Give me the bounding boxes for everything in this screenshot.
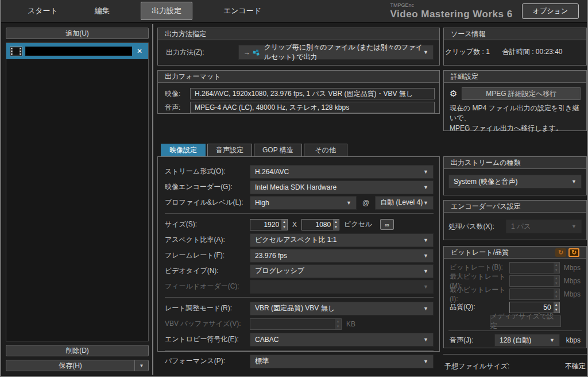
estimated-filesize-value: 不確定 [565,361,586,371]
size-unit-label: ピクセル [344,220,372,229]
at-separator: @ [362,199,369,207]
audio-bitrate-label: 音声(J): [450,336,494,345]
stream-type-dropdown[interactable]: System (映像と音声) ▼ [448,175,582,188]
profile-dropdown[interactable]: High ▼ [250,196,357,210]
vbv-buffer-stepper: ▲▼ [250,318,342,330]
vbv-buffer-label: VBV バッファサイズ(V): [165,319,250,329]
size-label: サイズ(S): [165,220,250,229]
entropy-coding-label: エントロピー符号化(E): [165,334,250,344]
pass-count-dropdown: 1 パス ▼ [506,220,582,233]
nav-tab-edit[interactable]: 編集 [89,3,115,18]
quality-mode-toggle-icon[interactable]: ↻ [568,248,579,257]
save-dropdown-caret-icon[interactable]: ▼ [134,360,148,371]
arrow-glyph: → [243,48,250,56]
clip-list[interactable]: ✕ [6,43,149,341]
format-video-value: H.264/AVC, 1920x1080, 23.976 fps, 1 パス V… [190,88,435,99]
height-stepper[interactable]: ▲▼ [301,219,339,230]
chevron-down-icon: ▼ [571,224,577,229]
advanced-settings-panel: 詳細設定 ⚙ MPEG 詳細設定へ移行 現在の MP4 ファイル出力の設定を引き… [443,70,587,131]
app-logo: TMPGEnc Video Mastering Works 6 [390,3,513,19]
right-info-column: ソース情報 クリップ数 : 1 合計時間 : 00:23:40 詳細設定 ⚙ M… [443,24,587,375]
main-settings-column: 出力方法指定 出力方法(Z): → クリップ毎に別々のファイル (または別々のフ… [157,24,440,375]
group-separator [165,297,434,298]
app-window: スタート 編集 出力設定 エンコード TMPGEnc Video Masteri… [0,0,588,377]
quality-label: 品質(Q): [450,302,509,312]
video-encoder-label: 映像エンコーダー(G): [165,182,250,192]
video-encoder-dropdown[interactable]: Intel Media SDK Hardware ▼ [250,180,434,194]
entropy-coding-dropdown[interactable]: CABAC ▼ [250,333,434,347]
level-dropdown[interactable]: 自動 (Level 4) ▼ [375,196,434,210]
group-separator [165,350,434,351]
stream-format-dropdown[interactable]: H.264/AVC ▼ [250,165,434,179]
size-x-separator: X [292,221,297,229]
bitrate-unit: Mbps [560,264,581,272]
advanced-desc-line1: 現在の MP4 ファイル出力の設定を引き継いで、 [450,103,581,124]
tab-audio-settings[interactable]: 音声設定 [207,144,252,156]
output-stream-type-panel: 出力ストリームの種類 System (映像と音声) ▼ [443,156,587,195]
add-clip-button[interactable]: 追加(U) [6,28,149,39]
aspect-lock-link-icon[interactable]: ∞ [380,219,394,230]
output-format-title: 出力フォーマット [158,71,439,83]
delete-clip-button[interactable]: 削除(D) [6,345,149,356]
format-audio-label: 音声: [165,103,190,113]
video-type-dropdown[interactable]: プログレッシブ ▼ [250,264,434,278]
nav-tab-start[interactable]: スタート [22,3,64,18]
video-type-label: ビデオタイプ(N): [165,266,250,276]
rate-mode-dropdown[interactable]: VBR (固定品質) VBV 無し ▼ [250,302,434,316]
total-duration: 合計時間 : 00:23:40 [502,47,563,57]
save-button-group: 保存(H) ▼ [6,360,149,371]
brand-small: TMPGEnc [390,3,513,8]
mpeg-advanced-button[interactable]: MPEG 詳細設定へ移行 [462,87,581,100]
clip-close-icon[interactable]: ✕ [132,47,145,55]
pass-count-label: 処理パス数(X): [448,222,506,232]
output-method-dropdown[interactable]: → クリップ毎に別々のファイル (または別々のファイルセット) で出力 ▼ [238,45,434,60]
bitrate-label: ビットレート(B): [450,263,509,272]
chevron-down-icon: ▼ [346,200,351,206]
settings-tabs: 映像設定 音声設定 GOP 構造 その他 [157,144,440,156]
estimate-separator [443,354,587,355]
output-stream-type-title: 出力ストリームの種類 [444,157,586,169]
aspect-ratio-dropdown[interactable]: ピクセルアスペクト比 1:1 ▼ [250,233,434,247]
width-stepper[interactable]: ▲▼ [250,219,288,230]
source-info-title: ソース情報 [444,28,586,40]
chevron-down-icon: ▼ [423,284,428,290]
options-button[interactable]: オプション [522,3,579,19]
chevron-down-icon: ▼ [423,49,428,55]
media-size-button: メディアサイズで設定 [490,316,561,327]
audio-bitrate-dropdown[interactable]: 128 (自動) ▼ [494,334,560,347]
max-bitrate-unit: Mbps [560,277,581,285]
tab-other[interactable]: その他 [304,144,347,156]
chevron-down-icon: ▼ [423,359,428,364]
group-separator [165,213,434,214]
bitrate-mode-toggle-icon[interactable]: ↻ [555,248,566,257]
chevron-down-icon: ▼ [571,179,577,184]
chevron-down-icon: ▼ [423,253,428,259]
bitrate-quality-panel: ビットレート/品質 ↻ ↻ ビットレート(B): ▲▼ Mbps 最大ビットレー… [443,246,587,348]
tab-gop-structure[interactable]: GOP 構造 [254,144,302,156]
clip-name-redacted [25,47,132,56]
tab-video-settings[interactable]: 映像設定 [161,144,206,156]
bitrate-stepper: ▲▼ [509,262,560,274]
vbv-unit-label: KB [346,320,355,328]
output-method-label: 出力方法(Z): [160,48,238,57]
output-method-title: 出力方法指定 [158,28,439,40]
format-video-label: 映像: [165,89,190,99]
clip-list-item[interactable]: ✕ [6,43,148,59]
encoder-pass-panel: エンコーダーパス設定 処理パス数(X): 1 パス ▼ [443,200,587,240]
stream-format-label: ストリーム形式(O): [165,167,250,176]
save-button[interactable]: 保存(H) [6,360,134,371]
clip-cubes-icon [253,48,260,57]
encoder-pass-title: エンコーダーパス設定 [444,201,586,213]
nav-tab-encode[interactable]: エンコード [218,3,267,18]
nav-tab-output-settings[interactable]: 出力設定 [141,2,192,20]
performance-dropdown[interactable]: 標準 ▼ [250,355,434,368]
max-bitrate-stepper: ▲▼ [509,275,560,287]
gear-icon: ⚙ [450,89,457,99]
chevron-down-icon: ▼ [423,200,428,206]
advanced-settings-title: 詳細設定 [444,71,586,83]
min-bitrate-label: 最小ビットレート(I): [450,285,509,303]
framerate-dropdown[interactable]: 23.976 fps ▼ [250,249,434,263]
field-order-dropdown: ▼ [250,280,434,294]
chevron-down-icon: ▼ [423,169,428,175]
field-order-label: フィールドオーダー(C): [165,282,250,291]
